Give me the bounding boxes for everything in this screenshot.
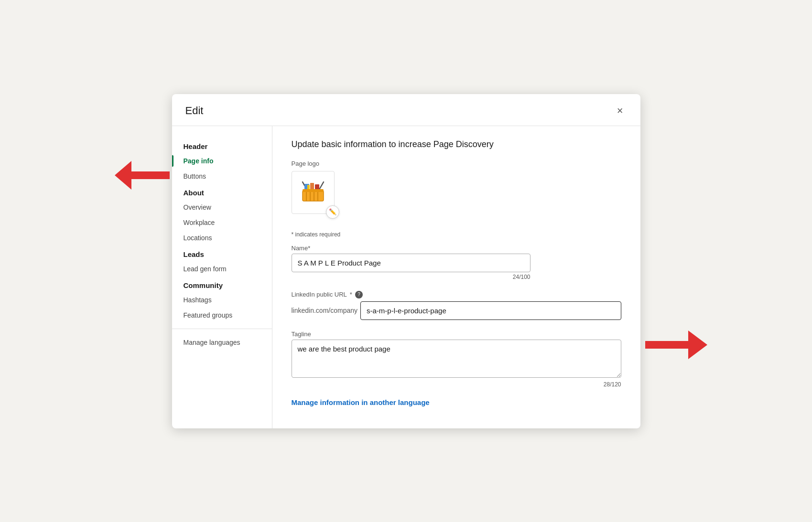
- sidebar-item-locations[interactable]: Locations: [172, 230, 272, 245]
- modal-title: Edit: [185, 105, 204, 117]
- tagline-input[interactable]: [292, 340, 621, 378]
- svg-rect-13: [303, 189, 324, 192]
- sidebar-section-header: Header: [172, 138, 272, 153]
- url-input-row: linkedin.com/company: [292, 301, 621, 320]
- modal-body: Header Page info Buttons About Overview …: [172, 126, 640, 428]
- url-help-icon[interactable]: ?: [355, 291, 363, 298]
- sidebar-item-lead-gen-form[interactable]: Lead gen form: [172, 261, 272, 277]
- sidebar-divider: [172, 329, 272, 329]
- sidebar: Header Page info Buttons About Overview …: [172, 126, 272, 428]
- modal-header: Edit ×: [172, 94, 640, 126]
- sidebar-item-manage-languages[interactable]: Manage languages: [172, 335, 272, 350]
- logo-wrapper: ✏️: [292, 171, 335, 214]
- sidebar-item-featured-groups[interactable]: Featured groups: [172, 308, 272, 323]
- name-label: Name*: [292, 245, 621, 252]
- content-title: Update basic information to increase Pag…: [292, 139, 621, 149]
- manage-language-link[interactable]: Manage information in another language: [292, 398, 430, 406]
- url-required-star: *: [350, 291, 352, 298]
- tagline-section: Tagline 28/120: [292, 330, 621, 388]
- sidebar-item-hashtags[interactable]: Hashtags: [172, 292, 272, 308]
- svg-marker-0: [115, 161, 170, 190]
- tagline-char-count: 28/120: [292, 381, 621, 388]
- sidebar-item-workplace[interactable]: Workplace: [172, 215, 272, 230]
- name-input[interactable]: [292, 254, 531, 272]
- sidebar-item-overview[interactable]: Overview: [172, 200, 272, 215]
- page-logo-section: Page logo: [292, 160, 621, 221]
- sidebar-section-about: About: [172, 184, 272, 200]
- svg-rect-8: [303, 191, 324, 201]
- basket-icon: [298, 177, 328, 208]
- url-label-row: LinkedIn public URL * ?: [292, 291, 621, 298]
- url-prefix: linkedin.com/company: [292, 307, 361, 314]
- sidebar-section-community: Community: [172, 277, 272, 292]
- name-section: Name* 24/100: [292, 245, 621, 280]
- page-logo-label: Page logo: [292, 160, 621, 167]
- svg-marker-1: [645, 330, 707, 359]
- sidebar-section-leads: Leads: [172, 245, 272, 261]
- sidebar-item-page-info[interactable]: Page info: [172, 153, 272, 169]
- url-section: LinkedIn public URL * ? linkedin.com/com…: [292, 291, 621, 320]
- url-label-text: LinkedIn public URL: [292, 291, 347, 298]
- name-char-count: 24/100: [292, 274, 531, 280]
- content-area: Update basic information to increase Pag…: [272, 126, 640, 428]
- tagline-label: Tagline: [292, 330, 621, 338]
- close-button[interactable]: ×: [613, 104, 627, 118]
- sidebar-item-buttons[interactable]: Buttons: [172, 169, 272, 184]
- required-note: * indicates required: [292, 231, 621, 238]
- url-input[interactable]: [360, 301, 621, 320]
- edit-logo-button[interactable]: ✏️: [326, 205, 339, 219]
- svg-line-3: [320, 182, 324, 189]
